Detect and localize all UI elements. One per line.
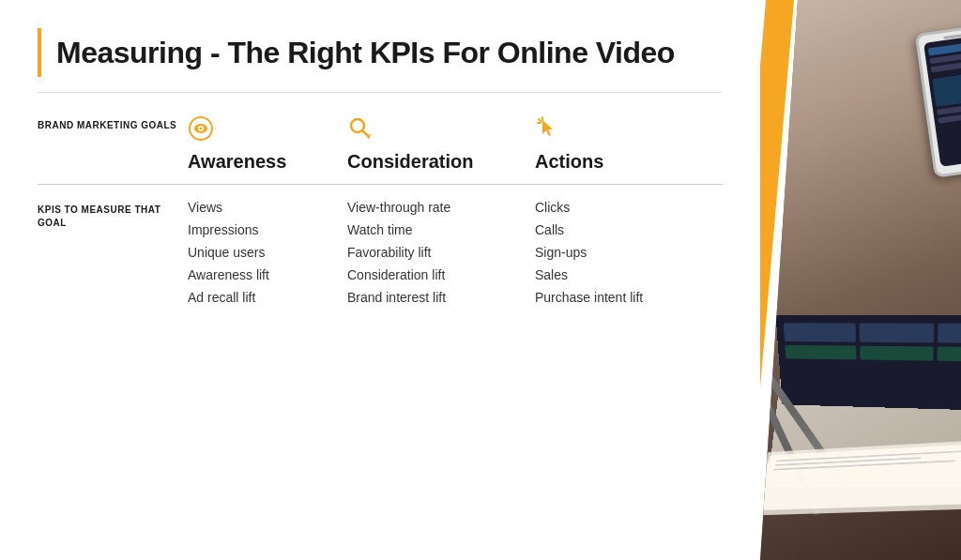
table-header-row: BRAND MARKETING GOALS Awareness — [38, 115, 723, 185]
kpi-favorability-lift: Favorability lift — [347, 245, 535, 260]
kpi-ad-recall-lift: Ad recall lift — [188, 290, 347, 305]
content-area: Measuring - The Right KPIs For Online Vi… — [0, 0, 760, 560]
svg-point-3 — [200, 128, 203, 130]
goals-label: BRAND MARKETING GOALS — [38, 115, 188, 173]
kpi-view-through-rate: View-through rate — [347, 200, 535, 215]
awareness-header: Awareness — [188, 115, 347, 173]
table-section: BRAND MARKETING GOALS Awareness — [38, 115, 723, 305]
kpi-signups: Sign-ups — [535, 245, 723, 260]
cursor-click-icon — [535, 115, 561, 145]
kpis-label: KPIs TO MEASURE THAT GOAL — [38, 200, 188, 305]
photo-section — [760, 0, 961, 560]
awareness-kpis-col: Views Impressions Unique users Awareness… — [188, 200, 347, 305]
page-title: Measuring - The Right KPIs For Online Vi… — [56, 36, 675, 70]
svg-line-8 — [539, 119, 542, 122]
table-body-row: KPIs TO MEASURE THAT GOAL Views Impressi… — [38, 200, 723, 305]
image-area — [760, 0, 961, 560]
kpi-watch-time: Watch time — [347, 222, 535, 237]
kpi-unique-users: Unique users — [188, 245, 347, 260]
kpi-views: Views — [188, 200, 347, 215]
actions-label: Actions — [535, 151, 603, 173]
kpi-purchase-intent-lift: Purchase intent lift — [535, 290, 723, 305]
kpi-consideration-lift: Consideration lift — [347, 267, 535, 282]
title-accent-bar — [38, 28, 41, 77]
eye-icon — [188, 115, 214, 145]
kpi-calls: Calls — [535, 222, 723, 237]
consideration-kpis-col: View-through rate Watch time Favorabilit… — [347, 200, 535, 305]
actions-kpis-col: Clicks Calls Sign-ups Sales Purchase int… — [535, 200, 723, 305]
kpi-brand-interest-lift: Brand interest lift — [347, 290, 535, 305]
kpi-impressions: Impressions — [188, 222, 347, 237]
actions-header: Actions — [535, 115, 723, 173]
kpi-sales: Sales — [535, 267, 723, 282]
consideration-label: Consideration — [347, 151, 473, 173]
search-cursor-icon — [347, 115, 374, 145]
title-section: Measuring - The Right KPIs For Online Vi… — [38, 28, 723, 93]
kpi-awareness-lift: Awareness lift — [188, 267, 347, 282]
consideration-header: Consideration — [347, 115, 535, 173]
kpi-clicks: Clicks — [535, 200, 723, 215]
page-container: Measuring - The Right KPIs For Online Vi… — [0, 0, 961, 560]
desk-scene — [760, 0, 961, 560]
awareness-label: Awareness — [188, 151, 286, 173]
